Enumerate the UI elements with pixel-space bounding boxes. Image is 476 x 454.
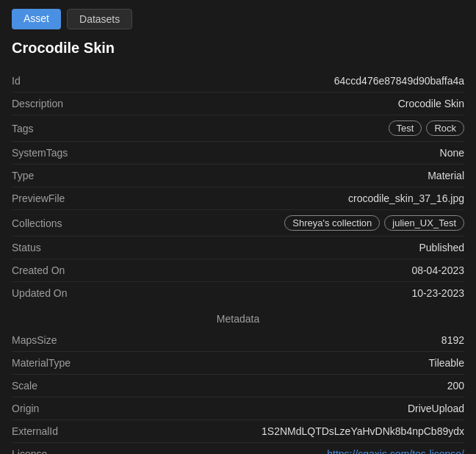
row-scale: Scale 200 <box>12 375 464 397</box>
value-created-on: 08-04-2023 <box>411 264 464 276</box>
collections-container: Shreya's collection julien_UX_Test <box>284 215 464 231</box>
page-title: Crocodile Skin <box>12 40 464 57</box>
collection-julien: julien_UX_Test <box>384 215 464 231</box>
value-externalid: 1S2NMdLQTDsLzeYaHvDNk8b4npCb89ydx <box>262 425 464 437</box>
value-systemtags: None <box>440 147 464 159</box>
label-previewfile: PreviewFile <box>12 192 100 204</box>
metadata-container: MapsSize 8192 MaterialType Tileable Scal… <box>12 329 464 454</box>
label-systemtags: SystemTags <box>12 147 100 159</box>
label-license: License <box>12 448 100 454</box>
metadata-header: Metadata <box>12 304 464 329</box>
row-status: Status Published <box>12 237 464 259</box>
row-systemtags: SystemTags None <box>12 142 464 165</box>
label-scale: Scale <box>12 380 100 392</box>
row-materialtype: MaterialType Tileable <box>12 352 464 375</box>
label-status: Status <box>12 242 100 253</box>
row-origin: Origin DriveUpload <box>12 397 464 420</box>
label-mapssize: MapsSize <box>12 334 100 346</box>
row-license: License https://cgaxis.com/tos-license/ <box>12 443 464 454</box>
row-type: Type Material <box>12 165 464 187</box>
row-previewfile: PreviewFile crocodile_skin_37_16.jpg <box>12 187 464 210</box>
row-tags: Tags Test Rock <box>12 115 464 142</box>
value-mapssize: 8192 <box>441 334 464 346</box>
value-id: 64ccd476e87849d90baffa4a <box>334 75 464 87</box>
fields-container: Id 64ccd476e87849d90baffa4a Description … <box>12 70 464 304</box>
tab-datasets[interactable]: Datasets <box>67 9 132 29</box>
tab-bar: Asset Datasets <box>12 9 464 29</box>
label-description: Description <box>12 98 100 109</box>
label-origin: Origin <box>12 403 100 414</box>
tags-container: Test Rock <box>389 120 464 136</box>
label-created-on: Created On <box>12 264 100 276</box>
label-updated-on: Updated On <box>12 287 100 299</box>
label-type: Type <box>12 170 100 181</box>
row-mapssize: MapsSize 8192 <box>12 329 464 352</box>
label-externalid: ExternalId <box>12 425 100 437</box>
row-description: Description Crocodile Skin <box>12 93 464 115</box>
collection-shreya: Shreya's collection <box>284 215 380 231</box>
tab-asset[interactable]: Asset <box>12 9 61 29</box>
row-externalid: ExternalId 1S2NMdLQTDsLzeYaHvDNk8b4npCb8… <box>12 420 464 443</box>
label-id: Id <box>12 75 100 87</box>
value-previewfile: crocodile_skin_37_16.jpg <box>348 192 464 204</box>
label-collections: Collections <box>12 217 100 229</box>
value-status: Published <box>419 242 465 253</box>
row-collections: Collections Shreya's collection julien_U… <box>12 210 464 237</box>
value-origin: DriveUpload <box>408 403 464 414</box>
row-id: Id 64ccd476e87849d90baffa4a <box>12 70 464 93</box>
tag-rock: Rock <box>426 120 464 136</box>
value-type: Material <box>428 170 464 181</box>
row-created-on: Created On 08-04-2023 <box>12 259 464 282</box>
value-scale: 200 <box>447 380 464 392</box>
tag-test: Test <box>389 120 422 136</box>
label-tags: Tags <box>12 123 100 134</box>
value-license[interactable]: https://cgaxis.com/tos-license/ <box>327 448 464 454</box>
value-materialtype: Tileable <box>428 357 464 369</box>
value-description: Crocodile Skin <box>398 98 464 109</box>
row-updated-on: Updated On 10-23-2023 <box>12 282 464 304</box>
value-updated-on: 10-23-2023 <box>411 287 464 299</box>
label-materialtype: MaterialType <box>12 357 100 369</box>
